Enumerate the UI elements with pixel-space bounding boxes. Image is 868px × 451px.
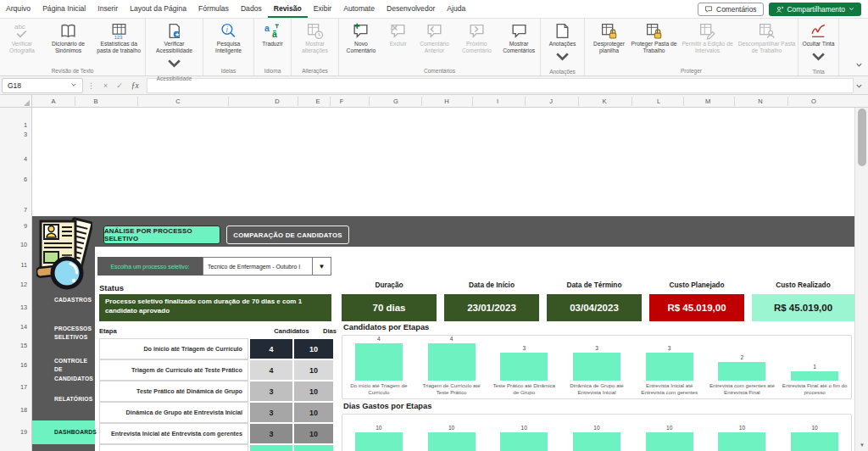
column-header-B[interactable]: B [93,95,97,108]
row-header-7[interactable]: 7 [24,206,27,214]
menu-tab-inserir[interactable]: Inserir [92,0,124,18]
ribbon-button-proteger-pasta-de-trabalho[interactable]: Proteger Pasta de Trabalho [632,21,677,68]
cancel-entry-icon[interactable]: × [99,81,112,90]
column-header-M[interactable]: M [705,95,710,108]
row-header-12[interactable]: 12 [20,281,27,288]
stage-candidatos-cell[interactable]: 3 [250,403,292,422]
ribbon-button-label: Mostrar alterações [294,41,337,54]
stage-dias-cell[interactable]: 10 [294,424,333,443]
confirm-entry-icon[interactable]: ✓ [112,81,127,90]
scroll-down-icon[interactable]: ▼ [855,439,868,451]
stage-name-cell[interactable]: Entrevista Inicial até Entrevista com ge… [99,423,248,444]
stage-candidatos-cell[interactable]: 3 [250,381,292,401]
menu-tab-ajuda[interactable]: Ajuda [441,0,471,18]
comments-button[interactable]: Comentários [698,3,763,16]
row-header-18[interactable]: 18 [20,406,27,414]
stage-dias-cell[interactable]: 10 [294,381,333,401]
row-header-13[interactable]: 13 [20,303,27,311]
share-button[interactable]: Compartilhamento [769,3,861,16]
column-header-O[interactable]: O [811,95,816,108]
menu-tab-página-inicial[interactable]: Página Inicial [36,0,92,18]
menu-tab-arquivo[interactable]: Arquivo [0,0,36,18]
row-header-10[interactable]: 10 [20,241,27,248]
name-box[interactable]: G18 [2,78,83,93]
svg-text:ã: ã [272,29,277,39]
vertical-scrollbar[interactable]: ▲ ▼ [854,95,868,451]
ribbon-button-novo-coment-rio[interactable]: Novo Comentário [339,21,383,68]
menu-tab-exibir[interactable]: Exibir [308,0,338,18]
sidebar-item-processos-seletivos[interactable]: PROCESSOS SELETIVOS [32,325,95,342]
sidebar-item-controle-de-candidatos[interactable]: CONTROLE DE CANDIDATOS [32,357,95,383]
sidebar-item-dashboards[interactable]: DASHBOARDS [32,420,95,444]
stage-name-cell[interactable]: Do início até Triagem de Currículo [99,338,248,359]
menu-tab-fórmulas[interactable]: Fórmulas [192,0,235,18]
column-header-L[interactable]: L [657,95,660,108]
stage-candidatos-cell[interactable]: 3 [250,424,292,443]
column-header-A[interactable]: A [51,95,55,108]
row-header-3[interactable]: 3 [24,131,27,138]
chart-slot: 10Entrevista Inicial até Entrevista com … [633,415,706,451]
prev-comment-icon [426,22,443,40]
row-header-16[interactable]: 16 [20,361,27,369]
formula-input[interactable] [147,78,854,93]
column-header-D[interactable]: D [275,95,279,108]
ribbon-button-desproteger-planilha[interactable]: Desproteger planilha [587,21,632,68]
ribbon-button-ocultar-tinta[interactable]: Ocultar Tinta [800,21,837,69]
column-header-F[interactable]: F [340,95,344,108]
ribbon-button-verificar-acessibilidade[interactable]: ★Verificar Acessibilidade [147,21,202,75]
ribbon-button-traduzir[interactable]: aãTraduzir [256,21,290,68]
ribbon-button-pesquisa-inteligente[interactable]: iPesquisa Inteligente [205,21,253,68]
collapse-ribbon-icon[interactable] [855,57,863,72]
menu-tab-automate[interactable]: Automate [337,0,381,18]
scrollbar-thumb[interactable] [858,109,866,166]
expand-formula-bar-icon[interactable] [855,78,868,93]
ribbon-button-mostrar-coment-rios[interactable]: Mostrar Comentários [498,21,540,68]
stage-dias-cell[interactable]: 10 [294,403,333,422]
stage-dias-cell[interactable]: 10 [294,339,333,359]
column-header-C[interactable]: C [175,95,180,108]
row-header-19[interactable]: 19 [20,428,27,436]
dropdown-arrow-icon[interactable]: ▼ [312,257,331,276]
stage-candidatos-cell[interactable]: 2 [250,445,292,451]
sidebar-item-cadastros[interactable]: CADASTROS [32,296,95,304]
menu-tab-dados[interactable]: Dados [235,0,268,18]
stage-dias-cell[interactable]: 10 [294,360,333,380]
column-header-H[interactable]: H [444,95,448,108]
column-header-K[interactable]: K [602,95,606,108]
menu-tab-revisão[interactable]: Revisão [268,0,308,18]
process-selector-dropdown[interactable]: Tecnico de Enfermagem - Outubro I [203,257,313,276]
row-header-11[interactable]: 11 [20,261,27,269]
menu-tab-layout-da-página[interactable]: Layout da Página [124,0,192,18]
column-header-E[interactable]: E [315,95,320,108]
menu-tab-desenvolvedor[interactable]: Desenvolvedor [381,0,441,18]
dashboard-tab-analise-processo[interactable]: ANÁLISE POR PROCESSO SELETIVO [103,226,220,244]
column-header-J[interactable]: J [549,95,553,108]
stage-name-cell[interactable]: Dinâmica de Grupo até Entrevista Inicial [99,402,248,423]
column-separator [472,97,473,106]
insert-function-icon[interactable]: ƒx [127,81,143,90]
stage-candidatos-cell[interactable]: 4 [250,360,292,380]
select-all-corner[interactable] [0,95,32,108]
ribbon-button-dicion-rio-de-sin-nimos[interactable]: Dicionário de Sinônimos [44,21,93,68]
row-header-14[interactable]: 14 [20,323,27,331]
column-header-G[interactable]: G [393,95,398,108]
chevron-down-icon [810,47,827,69]
ribbon-button-anota-es[interactable]: Anotações [543,21,582,69]
dashboard-tab-comparacao-candidatos[interactable]: COMPARAÇÃO DE CANDIDATOS [226,226,349,244]
stage-name-cell[interactable]: Triagem de Currículo até Teste Prático [99,359,248,381]
column-header-I[interactable]: I [497,95,498,108]
ribbon-button-estat-sticas-da-pasta-de-trabalho[interactable]: 123Estatísticas da pasta de trabalho [92,21,145,68]
row-header-4[interactable]: 4 [24,155,27,163]
row-header-6[interactable]: 6 [24,175,27,183]
row-header-17[interactable]: 17 [20,383,27,391]
row-header-9[interactable]: 9 [24,222,27,230]
stage-name-cell[interactable]: Teste Prático até Dinâmica de Grupo [99,381,248,402]
stage-candidatos-cell[interactable]: 4 [250,339,292,359]
stage-name-cell[interactable]: Entrevista com gerentes até Entrevista F… [99,444,248,451]
stage-dias-cell[interactable]: 10 [294,445,333,451]
name-box-caret-icon[interactable] [70,81,77,90]
sidebar-item-relat-rios[interactable]: RELATÓRIOS [32,395,95,404]
row-header-15[interactable]: 15 [20,342,27,349]
column-header-N[interactable]: N [758,95,762,108]
row-header-1[interactable]: 1 [24,121,27,129]
